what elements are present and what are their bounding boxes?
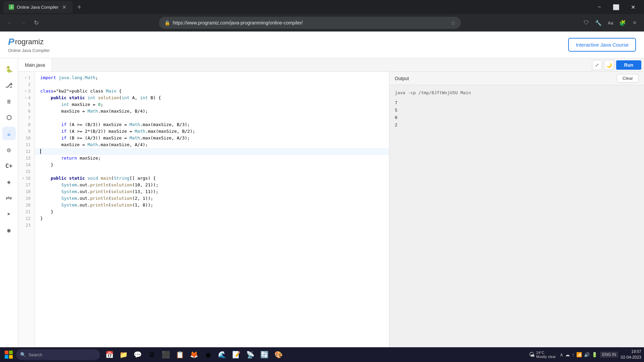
- app-body: 🐍⎇≡⬡☕◎C+◈php➤◉ Main.java ⤢ 🌙 Run ▾12▾3▾4…: [0, 58, 644, 347]
- expand-button[interactable]: ⤢: [592, 60, 602, 70]
- code-line[interactable]: public static void main(String[] args) {: [35, 175, 389, 182]
- layers-icon[interactable]: ≡: [2, 95, 16, 108]
- folder-app[interactable]: 📁: [117, 348, 130, 361]
- taskbar-search[interactable]: 🔍 Search: [16, 349, 100, 360]
- line-number: ▾4: [18, 95, 35, 101]
- taskbar-right: 🌤 24°C Mostly clear ∧ ☁ ↑ 📶 🔊 🔋 ENG IN 1…: [529, 349, 641, 360]
- code-line[interactable]: }: [35, 215, 389, 222]
- cplus-icon[interactable]: C+: [2, 159, 16, 172]
- new-tab-button[interactable]: +: [74, 2, 84, 12]
- language-indicator: ENG IN: [600, 352, 618, 358]
- code-line[interactable]: import java.lang.Math;: [35, 74, 389, 81]
- start-button[interactable]: [3, 349, 15, 361]
- code-line[interactable]: }: [35, 162, 389, 168]
- output-result-line: 5: [395, 107, 639, 114]
- colorpicker-app[interactable]: 🎨: [272, 348, 285, 361]
- editor-toolbar-row: Main.java ⤢ 🌙 Run: [18, 58, 644, 72]
- battery-icon[interactable]: 🔋: [592, 352, 597, 357]
- notes-app[interactable]: 📝: [229, 348, 243, 361]
- code-line[interactable]: System.out.println(solution(13, 11));: [35, 188, 389, 195]
- code-line[interactable]: class="kw2">public class Main {: [35, 88, 389, 95]
- php-icon[interactable]: php: [2, 191, 16, 204]
- weather-display: 🌤 24°C Mostly clear: [529, 351, 556, 359]
- bookmark-icon[interactable]: ☆: [451, 20, 455, 26]
- code-line[interactable]: maxSize = Math.max(maxSize, B/4);: [35, 108, 389, 115]
- output-result-line: 2: [395, 121, 639, 129]
- weather-icon: 🌤: [529, 351, 535, 358]
- font-icon[interactable]: Aa: [605, 17, 616, 28]
- teams-app[interactable]: 💬: [131, 348, 144, 361]
- editor-tab-filename[interactable]: Main.java: [18, 58, 52, 71]
- clear-button[interactable]: Clear: [617, 74, 639, 82]
- python-icon[interactable]: 🐍: [2, 62, 16, 76]
- run-button[interactable]: Run: [616, 60, 641, 70]
- clock-time: 19:57: [621, 349, 641, 355]
- misc-icon[interactable]: ◉: [2, 223, 16, 237]
- theme-toggle-button[interactable]: 🌙: [604, 60, 614, 70]
- ping-app[interactable]: 📡: [244, 348, 257, 361]
- swift-icon[interactable]: ➤: [2, 207, 16, 221]
- fold-arrow[interactable]: ▾: [22, 175, 24, 182]
- line-numbers: ▾12▾3▾456789101112131415▾161718192021222…: [18, 72, 35, 347]
- refresh-button[interactable]: ↻: [31, 17, 42, 28]
- navigation-bar: ← → ↻ 🔒 https://www.programiz.com/java-p…: [0, 14, 644, 32]
- fold-arrow[interactable]: ▾: [25, 95, 27, 101]
- globe-icon[interactable]: ◎: [2, 143, 16, 156]
- code-editor[interactable]: ▾12▾3▾456789101112131415▾161718192021222…: [18, 72, 389, 347]
- line-number: 7: [18, 115, 35, 121]
- code-line[interactable]: }: [35, 208, 389, 215]
- edge-app[interactable]: 🌊: [215, 348, 229, 361]
- notion-app[interactable]: 📋: [173, 348, 186, 361]
- code-line[interactable]: if (A >= 2*(B/2)) maxSize = Math.max(max…: [35, 128, 389, 135]
- volume-icon[interactable]: 🔊: [584, 352, 590, 357]
- tab-close-button[interactable]: ✕: [61, 4, 67, 10]
- syncthing-app[interactable]: 🔄: [258, 348, 271, 361]
- code-line[interactable]: System.out.println(solution(2, 1));: [35, 195, 389, 202]
- wifi-icon[interactable]: 📶: [576, 352, 582, 357]
- code-line[interactable]: return maxSize;: [35, 155, 389, 162]
- code-line[interactable]: System.out.println(solution(1, 8));: [35, 202, 389, 208]
- code-line[interactable]: [35, 222, 389, 229]
- calendar-app[interactable]: 📅: [103, 348, 116, 361]
- firefox-app[interactable]: 🦊: [187, 348, 201, 361]
- address-bar[interactable]: 🔒 https://www.programiz.com/java-program…: [159, 17, 461, 29]
- code-line[interactable]: if (A >= (B/3)) maxSize = Math.max(maxSi…: [35, 121, 389, 128]
- extensions-icon[interactable]: 🧩: [617, 17, 628, 28]
- code-line[interactable]: System.out.println(solution(10, 21));: [35, 182, 389, 188]
- back-button[interactable]: ←: [4, 17, 15, 28]
- shield-icon[interactable]: 🛡: [581, 17, 592, 28]
- code-lines[interactable]: import java.lang.Math; class="kw2">publi…: [35, 72, 389, 347]
- code-line[interactable]: [35, 168, 389, 175]
- code-line[interactable]: [35, 115, 389, 121]
- active-tab[interactable]: J Online Java Compiler ✕: [3, 1, 72, 13]
- interactive-course-button[interactable]: Interactive Java Course: [568, 38, 636, 52]
- cloud-icon[interactable]: ☁: [565, 352, 570, 357]
- git-icon[interactable]: ⎇: [2, 78, 16, 92]
- code-line[interactable]: maxSize = Math.max(maxSize, A/4);: [35, 141, 389, 148]
- fold-arrow[interactable]: ▾: [25, 88, 27, 95]
- weather-temp: 24°C: [536, 351, 556, 355]
- code-line[interactable]: [35, 148, 389, 155]
- fold-arrow[interactable]: ▾: [25, 74, 27, 81]
- java-icon[interactable]: ☕: [2, 127, 16, 140]
- minimize-button[interactable]: −: [592, 2, 607, 12]
- chevron-up-icon[interactable]: ∧: [560, 352, 563, 357]
- dsa-icon[interactable]: ⬡: [2, 111, 16, 124]
- menu-icon[interactable]: ≡: [629, 17, 640, 28]
- sync-icon[interactable]: ↑: [572, 352, 574, 357]
- maximize-button[interactable]: ⬜: [608, 2, 624, 12]
- sublime-app[interactable]: ⬛: [159, 348, 172, 361]
- logo-rest: rogramiz: [15, 38, 44, 46]
- settings-icon[interactable]: 🔧: [593, 17, 604, 28]
- monitor-app[interactable]: 🖥: [145, 348, 158, 361]
- code-line[interactable]: if (B >= (A/3)) maxSize = Math.max(maxSi…: [35, 135, 389, 141]
- tab-favicon: J: [9, 4, 14, 10]
- go-icon[interactable]: ◈: [2, 175, 16, 188]
- forward-button[interactable]: →: [17, 17, 28, 28]
- code-line[interactable]: int maxSize = 0;: [35, 101, 389, 108]
- chrome-app[interactable]: ◉: [201, 348, 215, 361]
- code-line[interactable]: [35, 81, 389, 88]
- close-window-button[interactable]: ✕: [625, 2, 641, 12]
- code-line[interactable]: public static int solution(int A, int B)…: [35, 95, 389, 101]
- line-number: 17: [18, 182, 35, 188]
